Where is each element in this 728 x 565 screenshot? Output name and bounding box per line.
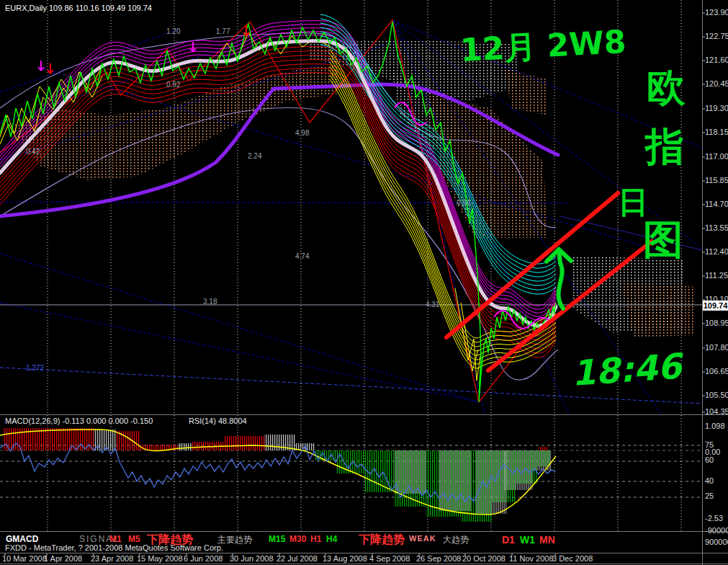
time-axis-label: 3 Dec 2008 <box>552 554 593 563</box>
indicator-axis-label: -2.53 <box>705 515 723 522</box>
chart-number-label: 0.42 <box>26 148 40 156</box>
hand-drawn-green-arrow <box>547 249 571 308</box>
indicator-name-label: GMACD <box>6 534 38 544</box>
chart-number-label: 1.77 <box>216 27 230 35</box>
chart-number-label: 0.92 <box>166 81 180 89</box>
indicator-axis-label: 60 <box>705 456 714 464</box>
metatrader-chart-window: 12月 2W8 欧 指 日 图 18:46 <box>0 0 728 565</box>
chart-number-label: 4.31 <box>426 301 439 308</box>
signal-trend-text-2: 下降趋势 <box>359 533 405 548</box>
time-axis-label: 26 Sep 2008 <box>416 554 461 563</box>
price-axis-label: 113.55 <box>705 224 728 232</box>
indicator-axis-label: 9000000 <box>705 538 728 546</box>
time-axis-label: 30 Jun 2008 <box>230 554 274 563</box>
price-axis-label: 111.25 <box>705 272 728 280</box>
price-axis-separator <box>702 0 703 565</box>
copyright-text: FXDD - MetaTrader, ? 2001-2008 MetaQuote… <box>5 543 223 552</box>
time-axis-label: 1 Apr 2008 <box>44 554 82 563</box>
price-axis-label: 108.95 <box>705 319 728 327</box>
time-axis-label: 4 Sep 2008 <box>369 554 410 563</box>
weak-label: WEAK <box>409 534 436 543</box>
time-axis-label: 20 Oct 2008 <box>462 554 505 563</box>
price-axis-label: 117.00 <box>705 153 728 161</box>
time-axis-label: 10 Mar 2008 <box>2 554 47 563</box>
handwriting-char-tu: 图 <box>643 216 683 263</box>
handwriting-top-scribble: 12月 2W8 <box>459 23 627 68</box>
macd-values-label: MACD(12,26,9) -0.113 0.000 0.000 -0.150 <box>5 417 153 425</box>
price-axis-label: 121.60 <box>705 56 728 64</box>
window-bottom-edge <box>0 564 728 564</box>
price-axis-label: 112.40 <box>705 248 728 256</box>
price-axis-label: 104.35 <box>705 408 728 416</box>
macd-histogram <box>3 428 552 522</box>
time-axis-label: 11 Nov 2008 <box>509 554 554 563</box>
signal-m30: M30 <box>289 534 306 544</box>
indicator-axis-label: 40 <box>705 477 714 485</box>
signal-m1: M1 <box>109 534 122 544</box>
chart-number-label: 1.20 <box>166 27 180 35</box>
indicator-axis-label: -9000000 <box>705 527 728 535</box>
price-axis-label: 114.70 <box>705 200 728 208</box>
rsi-values-label: RSI(14) 48.8004 <box>189 417 247 425</box>
price-axis-label: 123.90 <box>705 9 728 17</box>
chart-canvas[interactable]: 12月 2W8 欧 指 日 图 18:46 <box>0 0 728 565</box>
timeaxis-separator <box>0 553 728 553</box>
time-axis-label: 15 May 2008 <box>137 554 183 563</box>
chart-title-ohlc: 109.86 110.16 109.49 109.74 <box>49 4 152 12</box>
chart-number-label: 4.98 <box>295 129 309 137</box>
price-axis-label: 105.50 <box>705 391 728 399</box>
indicator-axis-label: 0.00 <box>705 448 720 456</box>
signal-h1: H1 <box>310 534 321 544</box>
chart-number-label: 4.74 <box>295 252 309 260</box>
big-trend-label: 大趋势 <box>443 534 469 546</box>
handwriting-char-ou: 欧 <box>647 65 686 110</box>
chart-number-label: 0.56 <box>457 199 470 207</box>
price-axis-label: 120.45 <box>705 80 728 88</box>
time-axis-label: 6 Jun 2008 <box>184 554 223 563</box>
chart-title-symbol: EURX,Daily <box>5 4 47 12</box>
handwriting-char-zhi: 指 <box>644 124 684 169</box>
indicator-axis-sub-label: 1.098 <box>705 422 725 430</box>
indicator-axis-label: 25 <box>705 492 714 500</box>
time-axis-label: 22 Jul 2008 <box>277 554 318 563</box>
panel-separator[interactable] <box>0 414 728 415</box>
signal-m5: M5 <box>128 534 140 544</box>
handwriting-char-ri: 日 <box>618 184 648 220</box>
price-axis-label: 107.80 <box>705 344 728 352</box>
time-axis-label: 23 Apr 2008 <box>91 554 133 563</box>
signal-d1: D1 <box>502 534 515 546</box>
price-axis-label: 119.30 <box>705 104 728 112</box>
chart-number-label: 3.18 <box>203 298 217 306</box>
current-price-label: 109.74 <box>703 301 728 311</box>
time-axis-label: 13 Aug 2008 <box>323 554 367 563</box>
price-axis-label: 115.85 <box>705 177 728 184</box>
signal-h4: H4 <box>326 534 337 544</box>
chart-number-label: 2.24 <box>248 152 261 160</box>
signal-m15: M15 <box>269 534 285 544</box>
fib-level-label: 1.272 <box>26 364 44 372</box>
signal-mn: MN <box>539 534 555 546</box>
price-axis-label: 122.75 <box>705 32 728 40</box>
price-axis-label: 118.15 <box>705 128 728 136</box>
handwriting-time-note: 18:46 <box>570 345 686 393</box>
price-axis-label: 106.65 <box>705 368 728 375</box>
status-separator <box>0 531 728 532</box>
signal-w1: W1 <box>520 534 535 546</box>
